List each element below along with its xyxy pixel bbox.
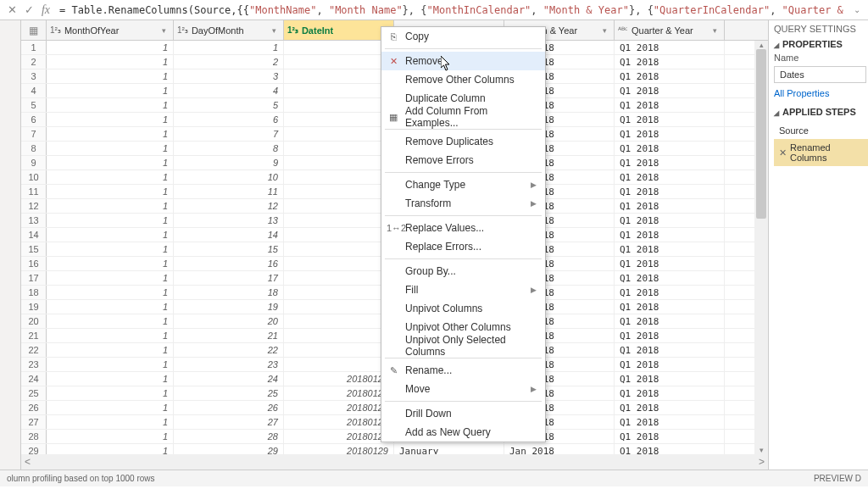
menu-unpivot-columns[interactable]: Unpivot Columns bbox=[381, 299, 545, 318]
cell-monthofyear[interactable]: 1 bbox=[47, 314, 174, 328]
vertical-scrollbar[interactable]: ▴ ▾ bbox=[754, 41, 768, 454]
cell-dateint[interactable] bbox=[284, 271, 394, 285]
cell-quarteryear[interactable]: Q1 2018 bbox=[615, 286, 725, 299]
cell-dateint[interactable] bbox=[284, 185, 394, 198]
cell-dateint[interactable] bbox=[284, 55, 394, 69]
cell-dateint[interactable]: 20180127 bbox=[284, 415, 394, 429]
cell-dayofmonth[interactable]: 15 bbox=[174, 242, 284, 256]
menu-drill-down[interactable]: Drill Down bbox=[381, 404, 545, 423]
cell-dayofmonth[interactable]: 23 bbox=[174, 358, 284, 371]
menu-add-column-from-examples[interactable]: ▦ Add Column From Examples... bbox=[381, 108, 545, 126]
cell-dayofmonth[interactable]: 16 bbox=[174, 257, 284, 270]
cell-monthofyear[interactable]: 1 bbox=[47, 55, 174, 69]
cell-dateint[interactable] bbox=[284, 113, 394, 126]
cell-monthofyear[interactable]: 1 bbox=[47, 386, 174, 400]
cell-dayofmonth[interactable]: 24 bbox=[174, 372, 284, 386]
cell-dayofmonth[interactable]: 20 bbox=[174, 314, 284, 328]
menu-unpivot-selected-columns[interactable]: Unpivot Only Selected Columns bbox=[381, 336, 545, 355]
cell-monthname[interactable]: January bbox=[394, 444, 504, 454]
cell-dayofmonth[interactable]: 4 bbox=[174, 84, 284, 97]
cell-quarteryear[interactable]: Q1 2018 bbox=[615, 415, 725, 429]
cell-quarteryear[interactable]: Q1 2018 bbox=[615, 314, 725, 328]
cell-monthofyear[interactable]: 1 bbox=[47, 430, 174, 443]
cell-monthofyear[interactable]: 1 bbox=[47, 185, 174, 198]
all-properties-link[interactable]: All Properties bbox=[774, 88, 868, 98]
properties-heading[interactable]: PROPERTIES bbox=[774, 37, 868, 51]
menu-move[interactable]: Move▶ bbox=[381, 380, 545, 398]
scroll-left-icon[interactable]: < bbox=[25, 456, 31, 468]
cell-monthofyear[interactable]: 1 bbox=[47, 142, 174, 155]
table-row[interactable]: 2912920180129JanuaryJan 2018Q1 2018 bbox=[21, 444, 768, 454]
cancel-icon[interactable]: ✕ bbox=[3, 2, 20, 19]
cell-monthofyear[interactable]: 1 bbox=[47, 84, 174, 97]
cell-quarteryear[interactable]: Q1 2018 bbox=[615, 444, 725, 454]
cell-quarteryear[interactable]: Q1 2018 bbox=[615, 69, 725, 83]
cell-quarteryear[interactable]: Q1 2018 bbox=[615, 228, 725, 242]
menu-replace-values[interactable]: 1↔2 Replace Values... bbox=[381, 219, 545, 237]
menu-change-type[interactable]: Change Type▶ bbox=[381, 175, 545, 194]
cell-quarteryear[interactable]: Q1 2018 bbox=[615, 185, 725, 198]
cell-dayofmonth[interactable]: 12 bbox=[174, 199, 284, 213]
menu-group-by[interactable]: Group By... bbox=[381, 262, 545, 281]
column-header-dayofmonth[interactable]: 1²₃ DayOfMonth ▾ bbox=[174, 20, 284, 40]
cell-quarteryear[interactable]: Q1 2018 bbox=[615, 98, 725, 112]
cell-dayofmonth[interactable]: 7 bbox=[174, 127, 284, 141]
cell-dayofmonth[interactable]: 21 bbox=[174, 329, 284, 342]
cell-dateint[interactable] bbox=[284, 142, 394, 155]
cell-monthofyear[interactable]: 1 bbox=[47, 415, 174, 429]
scroll-down-icon[interactable]: ▾ bbox=[754, 446, 768, 454]
cell-dateint[interactable]: 20180125 bbox=[284, 386, 394, 400]
cell-monthofyear[interactable]: 1 bbox=[47, 98, 174, 112]
cell-dayofmonth[interactable]: 10 bbox=[174, 170, 284, 184]
filter-icon[interactable]: ▾ bbox=[268, 25, 280, 36]
cell-dayofmonth[interactable]: 27 bbox=[174, 415, 284, 429]
cell-monthofyear[interactable]: 1 bbox=[47, 199, 174, 213]
column-header-monthofyear[interactable]: 1²₃ MonthOfYear ▾ bbox=[47, 20, 174, 40]
cell-monthofyear[interactable]: 1 bbox=[47, 41, 174, 54]
cell-dateint[interactable] bbox=[284, 69, 394, 83]
cell-dateint[interactable] bbox=[284, 358, 394, 371]
cell-monthofyear[interactable]: 1 bbox=[47, 343, 174, 357]
cell-dateint[interactable] bbox=[284, 329, 394, 342]
cell-dateint[interactable] bbox=[284, 300, 394, 314]
cell-dayofmonth[interactable]: 28 bbox=[174, 430, 284, 443]
cell-quarteryear[interactable]: Q1 2018 bbox=[615, 142, 725, 155]
column-header-quarteryear[interactable]: ᴬᴮᶜ Quarter & Year ▾ bbox=[615, 20, 725, 40]
menu-rename[interactable]: ✎ Rename... bbox=[381, 361, 545, 380]
menu-remove-other-columns[interactable]: Remove Other Columns bbox=[381, 70, 545, 89]
cell-monthofyear[interactable]: 1 bbox=[47, 444, 174, 454]
queries-pane-collapsed[interactable] bbox=[0, 20, 21, 470]
cell-quarteryear[interactable]: Q1 2018 bbox=[615, 257, 725, 270]
cell-monthofyear[interactable]: 1 bbox=[47, 286, 174, 299]
cell-dayofmonth[interactable]: 14 bbox=[174, 228, 284, 242]
cell-dayofmonth[interactable]: 11 bbox=[174, 185, 284, 198]
cell-dateint[interactable] bbox=[284, 214, 394, 227]
cell-dateint[interactable] bbox=[284, 286, 394, 299]
cell-quarteryear[interactable]: Q1 2018 bbox=[615, 242, 725, 256]
cell-monthofyear[interactable]: 1 bbox=[47, 113, 174, 126]
cell-quarteryear[interactable]: Q1 2018 bbox=[615, 358, 725, 371]
filter-icon[interactable]: ▾ bbox=[709, 25, 721, 36]
scroll-thumb[interactable] bbox=[756, 49, 766, 219]
cell-quarteryear[interactable]: Q1 2018 bbox=[615, 156, 725, 169]
cell-dateint[interactable] bbox=[284, 242, 394, 256]
cell-quarteryear[interactable]: Q1 2018 bbox=[615, 386, 725, 400]
delete-step-icon[interactable]: ✕ bbox=[779, 147, 787, 158]
cell-dayofmonth[interactable]: 19 bbox=[174, 300, 284, 314]
menu-remove[interactable]: ✕ Remove bbox=[381, 52, 545, 70]
fx-icon[interactable]: fx bbox=[37, 2, 54, 19]
horizontal-scrollbar[interactable]: < > bbox=[21, 454, 768, 470]
cell-monthofyear[interactable]: 1 bbox=[47, 127, 174, 141]
step-renamed-columns[interactable]: ✕ Renamed Columns bbox=[774, 139, 868, 166]
formula-text[interactable]: = Table.RenameColumns(Source,{{"MonthNam… bbox=[54, 4, 849, 16]
cell-dateint[interactable] bbox=[284, 228, 394, 242]
cell-quarteryear[interactable]: Q1 2018 bbox=[615, 214, 725, 227]
cell-dateint[interactable] bbox=[284, 98, 394, 112]
cell-dayofmonth[interactable]: 3 bbox=[174, 69, 284, 83]
scroll-up-icon[interactable]: ▴ bbox=[754, 41, 768, 49]
cell-dateint[interactable] bbox=[284, 199, 394, 213]
cell-dayofmonth[interactable]: 9 bbox=[174, 156, 284, 169]
menu-remove-duplicates[interactable]: Remove Duplicates bbox=[381, 132, 545, 151]
menu-remove-errors[interactable]: Remove Errors bbox=[381, 151, 545, 169]
menu-fill[interactable]: Fill▶ bbox=[381, 281, 545, 299]
